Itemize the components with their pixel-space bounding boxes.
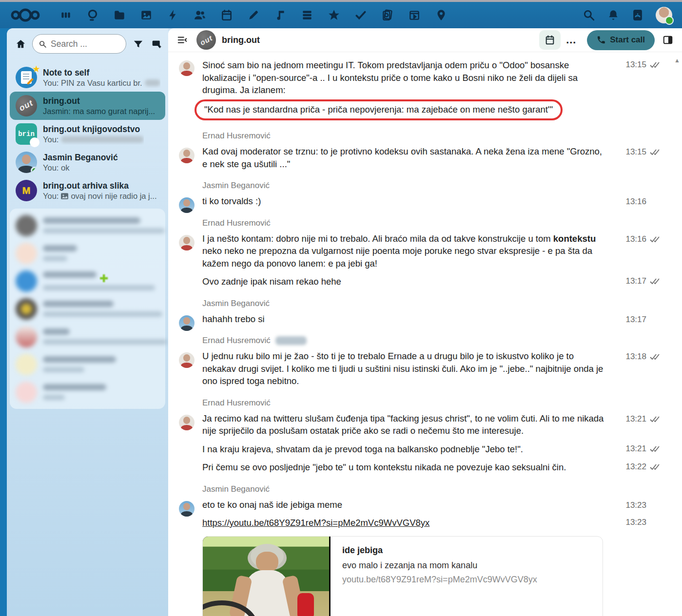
photos-icon[interactable]	[140, 9, 153, 21]
conversation-subtitle: ovaj novi nije radio ja j...	[71, 191, 156, 201]
blurred-conversation[interactable]	[10, 378, 165, 406]
jasmin-avatar[interactable]	[179, 315, 195, 331]
nextcloud-logo-icon[interactable]	[10, 8, 41, 22]
user-avatar[interactable]	[656, 7, 672, 23]
message-list[interactable]: ▲ Sinoć sam bio na jednom meetingu IT. T…	[168, 52, 682, 616]
topbar	[0, 2, 682, 28]
toggle-right-sidebar-icon[interactable]	[660, 30, 676, 50]
contacts-menu-icon[interactable]	[631, 9, 644, 21]
more-options-icon[interactable]: …	[561, 30, 582, 50]
talk-icon[interactable]	[86, 9, 99, 21]
message-text: Pri čemu se ovo posljednje "jebo te" u t…	[202, 461, 604, 474]
blurred-conversation[interactable]	[10, 323, 165, 350]
read-receipt-icon	[650, 463, 665, 470]
conversation-bring-out-knjigovodstvo[interactable]: brin ∞ bring.out knjigovodstvo You:	[10, 120, 165, 148]
read-receipt-icon	[650, 416, 665, 423]
search-icon[interactable]	[583, 9, 595, 21]
message-text-bold: kontekstu	[553, 233, 596, 244]
deck-icon[interactable]	[301, 9, 313, 21]
conversation-note-to-self[interactable]: ★ Note to self You: PIN za Vasu karticu …	[10, 63, 165, 92]
video-preview-card[interactable]: ide jebiga evo malo i zezanja na mom kan…	[202, 536, 603, 616]
redacted-badge	[275, 336, 307, 345]
message-text: Ovo zadnje ipak nisam rekao hehe	[202, 275, 604, 288]
tasks-icon[interactable]	[354, 9, 367, 21]
conversation-subtitle: You:	[43, 135, 58, 145]
ernad-avatar[interactable]	[179, 352, 195, 368]
search-input[interactable]	[51, 39, 120, 49]
dashboard-icon[interactable]	[59, 9, 72, 21]
jasmin-avatar[interactable]	[179, 501, 195, 517]
video-thumbnail[interactable]	[203, 537, 331, 616]
link-preview[interactable]: ide jebiga evo malo i zezanja na mom kan…	[168, 536, 682, 616]
files-icon[interactable]	[113, 9, 126, 21]
status-plus-icon: ✚	[99, 272, 108, 285]
message[interactable]: Sinoć sam bio na jednom meetingu IT. Tok…	[168, 59, 682, 120]
start-call-button[interactable]: Start call	[587, 30, 655, 50]
ernad-avatar[interactable]	[179, 60, 195, 76]
notes-icon[interactable]	[247, 9, 260, 21]
home-icon[interactable]	[14, 37, 27, 51]
chat-avatar: out	[196, 30, 216, 50]
youtube-link[interactable]: https://youtu.be/t68Y9Z91reM?si=pMe2mVc9…	[202, 518, 429, 528]
search-box[interactable]	[32, 34, 126, 54]
message-author: Ernad Husremović	[202, 131, 604, 141]
collectives-icon[interactable]	[328, 9, 340, 21]
message[interactable]: Jasmin Beganović eto te ko onaj naš ide …	[168, 484, 682, 511]
blurred-conversation[interactable]	[10, 350, 165, 378]
blurred-conversation[interactable]	[10, 212, 165, 239]
calendar-event-icon[interactable]	[539, 30, 561, 50]
ernad-avatar[interactable]	[179, 148, 195, 163]
message[interactable]: Ernad Husremović U jednu ruku bilo mi je…	[168, 336, 682, 387]
conversation-subtitle: You: ok	[43, 163, 118, 173]
message[interactable]: Pri čemu se ovo posljednje "jebo te" u t…	[168, 461, 682, 474]
passwords-icon[interactable]	[381, 9, 394, 21]
contacts-icon[interactable]	[194, 9, 206, 21]
message-text: hahahh trebo si	[202, 313, 604, 326]
blurred-conversation[interactable]: ✚	[10, 267, 165, 295]
read-receipt-icon	[650, 149, 665, 155]
music-icon[interactable]	[274, 9, 287, 21]
message-text: "Kod nas je standardna priča - priča nep…	[204, 104, 553, 115]
message[interactable]: Jasmin Beganović ti ko torvalds :) 13:16	[168, 181, 682, 208]
link-badge-icon: ∞	[30, 137, 39, 147]
message-author: Ernad Husremović	[202, 218, 604, 228]
message-time: 13:17	[625, 276, 646, 286]
message[interactable]: Jasmin Beganović hahahh trebo si 13:17	[168, 299, 682, 326]
message[interactable]: Ernad Husremović Kad ovaj moderator se t…	[168, 131, 682, 170]
message-author: Jasmin Beganović	[202, 299, 604, 308]
conversation-title: Jasmin Beganović	[43, 152, 118, 163]
message[interactable]: Ovo zadnje ipak nisam rekao hehe 13:17	[168, 275, 682, 288]
read-receipt-icon	[650, 278, 665, 285]
message[interactable]: I na kraju krajeva, shvatam da je prevod…	[168, 443, 682, 456]
favorite-star-icon: ★	[32, 63, 40, 75]
message-time: 13:15	[625, 147, 646, 157]
activity-icon[interactable]	[167, 9, 179, 21]
conversation-bring-out-arhiva-slika[interactable]: M bring.out arhiva slika You: ovaj novi …	[10, 176, 165, 205]
conversation-bring-out[interactable]: out bring.out Jasmin: ma samo gurat napr…	[10, 92, 165, 120]
message-text: eto te ko onaj naš ide jebiga meme	[202, 499, 604, 511]
read-receipt-icon	[650, 445, 665, 452]
ernad-avatar[interactable]	[179, 415, 195, 430]
conversation-subtitle: Jasmin: ma samo gurat naprij...	[43, 106, 155, 116]
notifications-bell-icon[interactable]	[607, 9, 620, 21]
filter-icon[interactable]	[131, 37, 145, 51]
calendar-icon[interactable]	[220, 9, 233, 21]
media-icon[interactable]	[408, 9, 421, 21]
new-conversation-icon[interactable]	[150, 37, 163, 51]
chat-title: bring.out	[222, 35, 539, 45]
ernad-avatar[interactable]	[179, 235, 195, 250]
conversation-jasmin-beganovic[interactable]: Jasmin Beganović You: ok	[10, 148, 165, 176]
bring-out-avatar: out	[16, 95, 37, 116]
blurred-conversation[interactable]	[10, 295, 165, 323]
maps-icon[interactable]	[435, 9, 448, 21]
blurred-conversation[interactable]	[10, 239, 165, 267]
message[interactable]: https://youtu.be/t68Y9Z91reM?si=pMe2mVc9…	[168, 517, 682, 529]
arhiva-slika-avatar: M	[16, 180, 37, 201]
jasmin-avatar[interactable]	[179, 197, 195, 213]
conversation-subtitle: You: PIN za Vasu karticu br.	[43, 78, 142, 88]
message[interactable]: Ernad Husremović I ja nešto kontam: dobr…	[168, 218, 682, 270]
redacted-text	[61, 136, 144, 143]
message[interactable]: Ernad Husremović Ja recimo kad na twitte…	[168, 398, 682, 437]
image-attachment-icon	[61, 193, 68, 199]
collapse-sidebar-icon[interactable]	[175, 30, 190, 50]
